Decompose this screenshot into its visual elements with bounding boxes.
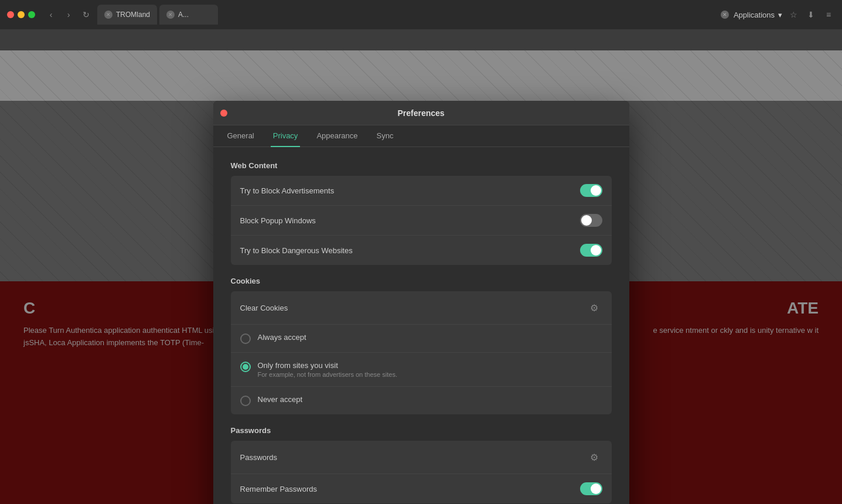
download-button[interactable]: ⬇: [804, 8, 817, 21]
block-dangerous-label: Try to Block Dangerous Websites: [240, 246, 353, 255]
block-ads-toggle[interactable]: [580, 184, 602, 197]
cookie-always-accept-label-block: Always accept: [258, 333, 602, 342]
clear-cookies-row: Clear Cookies ⚙: [231, 291, 612, 325]
cookie-always-accept-label: Always accept: [258, 333, 602, 342]
browser-window: ‹ › ↻ ✕ TROMland ✕ A... ✕ Applications ▾…: [0, 0, 842, 504]
tab-label-second: A...: [178, 11, 189, 19]
remember-passwords-label: Remember Passwords: [240, 485, 318, 493]
cookies-header: Cookies: [231, 277, 612, 285]
cookie-never-accept-row: Never accept: [231, 387, 612, 414]
block-ads-label: Try to Block Advertisements: [240, 186, 335, 195]
cookie-sites-only-sublabel: For example, not from advertisers on the…: [258, 371, 602, 378]
preferences-modal: Preferences General Privacy Appearance S…: [213, 101, 629, 504]
modal-overlay: Preferences General Privacy Appearance S…: [0, 101, 842, 504]
tab-privacy[interactable]: Privacy: [271, 125, 301, 147]
cookie-sites-only-row: Only from sites you visit For example, n…: [231, 353, 612, 387]
tab-appearance[interactable]: Appearance: [314, 125, 360, 147]
forward-button[interactable]: ›: [62, 8, 75, 21]
clear-cookies-gear-button[interactable]: ⚙: [586, 299, 602, 316]
applications-tab-close[interactable]: ✕: [721, 11, 729, 19]
passwords-row: Passwords ⚙: [231, 441, 612, 474]
tab-label-tromland: TROMland: [116, 11, 150, 19]
clear-cookies-label: Clear Cookies: [240, 304, 288, 312]
cookie-sites-only-label-block: Only from sites you visit For example, n…: [258, 361, 602, 378]
passwords-card: Passwords ⚙ Remember Passwords: [231, 441, 612, 503]
reload-button[interactable]: ↻: [80, 8, 93, 21]
menu-button[interactable]: ≡: [822, 8, 835, 21]
cookie-never-accept-label: Never accept: [258, 395, 602, 404]
tab-close-tromland[interactable]: ✕: [104, 11, 113, 19]
web-content-card: Try to Block Advertisements Block Popup …: [231, 176, 612, 265]
cookie-sites-only-label: Only from sites you visit: [258, 361, 602, 370]
applications-tab-label: Applications: [734, 11, 775, 19]
passwords-label: Passwords: [240, 453, 278, 462]
block-ads-toggle-knob: [591, 185, 601, 196]
passwords-gear-button[interactable]: ⚙: [586, 449, 602, 465]
passwords-header: Passwords: [231, 426, 612, 435]
tab-bar: ✕ TROMland ✕ A...: [97, 5, 716, 25]
remember-passwords-toggle[interactable]: [580, 482, 602, 495]
cookie-never-accept-label-block: Never accept: [258, 395, 602, 404]
tab-sync[interactable]: Sync: [374, 125, 396, 147]
minimize-window-button[interactable]: [18, 11, 25, 18]
back-button[interactable]: ‹: [45, 8, 57, 21]
modal-close-button[interactable]: [220, 110, 227, 117]
block-popups-label: Block Popup Windows: [240, 216, 316, 225]
setting-block-popups: Block Popup Windows: [231, 206, 612, 236]
modal-title: Preferences: [397, 108, 444, 118]
browser-top-bar: ‹ › ↻ ✕ TROMland ✕ A... ✕ Applications ▾…: [0, 0, 842, 29]
tab-tromland[interactable]: ✕ TROMland: [97, 5, 157, 25]
chevron-down-icon: ▾: [778, 11, 782, 19]
remember-passwords-toggle-knob: [591, 483, 601, 494]
remember-passwords-row: Remember Passwords: [231, 474, 612, 503]
block-dangerous-toggle-knob: [591, 245, 601, 256]
block-popups-toggle-knob: [581, 215, 592, 226]
cookie-always-accept-row: Always accept: [231, 325, 612, 353]
cookie-always-accept-radio[interactable]: [240, 333, 251, 344]
tab-close-second[interactable]: ✕: [166, 11, 175, 19]
cookie-sites-only-radio-inner: [243, 364, 248, 370]
right-tab-area: ✕ Applications ▾ ☆ ⬇ ≡: [721, 8, 835, 21]
maximize-window-button[interactable]: [28, 11, 35, 18]
star-button[interactable]: ☆: [787, 8, 800, 21]
block-dangerous-toggle[interactable]: [580, 244, 602, 257]
modal-tab-bar: General Privacy Appearance Sync: [213, 125, 629, 147]
modal-titlebar: Preferences: [213, 101, 629, 125]
setting-block-dangerous: Try to Block Dangerous Websites: [231, 236, 612, 265]
applications-tab[interactable]: Applications ▾: [734, 11, 782, 19]
tab-general[interactable]: General: [225, 125, 257, 147]
web-content-header: Web Content: [231, 161, 612, 170]
modal-content: Web Content Try to Block Advertisements …: [213, 147, 629, 504]
cookie-never-accept-radio[interactable]: [240, 396, 251, 406]
block-popups-toggle[interactable]: [580, 214, 602, 227]
webpage-background: C Please Turn Authentica application aut…: [0, 50, 842, 504]
close-window-button[interactable]: [7, 11, 14, 18]
cookies-card: Clear Cookies ⚙ Always accept: [231, 291, 612, 414]
cookie-sites-only-radio[interactable]: [240, 362, 251, 372]
setting-block-ads: Try to Block Advertisements: [231, 176, 612, 206]
tab-second[interactable]: ✕ A...: [159, 5, 218, 25]
traffic-lights: [7, 11, 35, 18]
